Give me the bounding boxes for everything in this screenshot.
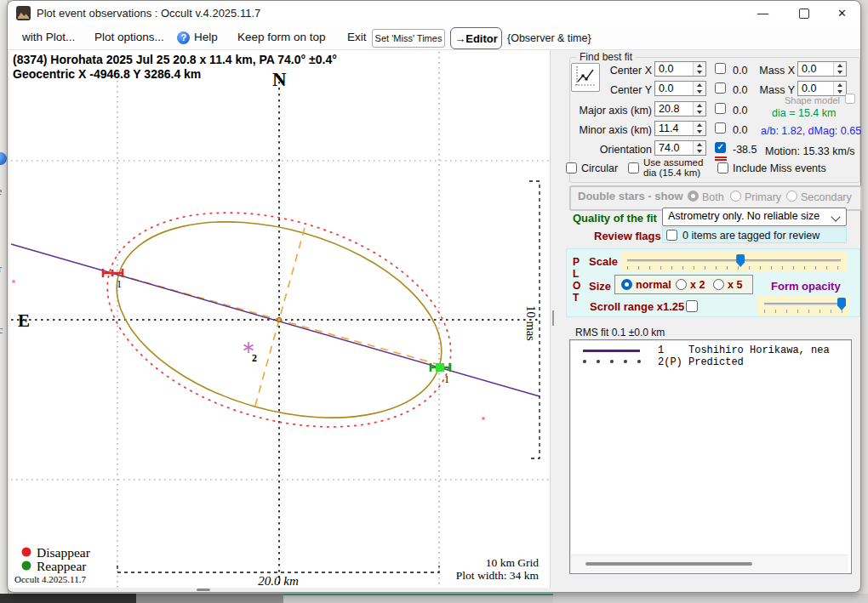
size-normal-label: normal [636,279,671,291]
quality-dropdown[interactable]: Astrometry only. No reliable size [662,208,847,226]
form-opacity-slider[interactable] [757,295,849,316]
list-horizontal-scrollbar[interactable] [571,555,848,572]
scale-slider-track [627,259,841,262]
minor-axis-checkbox[interactable] [715,122,726,134]
mass-x-spinner[interactable] [833,62,846,76]
major-axis-checkbox[interactable] [715,103,726,114]
center-y-checkbox[interactable] [715,82,726,94]
review-flags-checkbox[interactable] [666,230,677,241]
reappear-marker [431,363,450,372]
help-icon[interactable] [177,31,190,44]
center-y-input[interactable]: 0.0 [654,81,706,96]
set-miss-times-button[interactable]: Set 'Miss' Times [372,29,445,48]
menu-exit[interactable]: Exit [347,31,367,43]
orientation-input[interactable]: 74.0 [654,140,706,156]
background-bar [283,594,553,603]
major-axis-spinner[interactable] [693,102,705,116]
use-assumed-checkbox[interactable] [628,162,639,174]
observer-list[interactable]: 1 Toshihiro Horikawa, nea 2(P) Predicted [569,339,852,574]
size-normal-radio[interactable] [621,279,632,290]
ellipse-center-dot [277,317,281,321]
plot-letter-t: T [573,292,579,304]
observer-row-num: 1 [658,344,664,356]
double-primary-radio[interactable] [730,191,741,202]
size-x2-label: x 2 [690,279,705,291]
shape-model-label: Shape model [785,95,840,105]
minor-axis-input[interactable]: 11.4 [654,121,706,136]
background-fragment: c [0,324,3,337]
axis-ratio-note: a/b: 1.82, dMag: 0.65 [761,125,861,137]
center-x-spinner[interactable] [693,62,705,76]
plot-letter-p: P [573,256,580,268]
form-opacity-label: Form opacity [771,280,841,293]
scroll-range-checkbox[interactable] [686,300,698,312]
menu-help[interactable]: Help [194,31,218,43]
observer-time-label: {Observer & time} [507,32,591,44]
scale-slider-thumb[interactable] [736,254,745,267]
app-icon [16,6,31,20]
circular-checkbox[interactable] [566,162,577,174]
editor-button[interactable]: →Editor [450,27,502,49]
close-button[interactable]: ✕ [823,1,861,26]
include-miss-label: Include Miss events [733,162,826,174]
scrollbar-thumb[interactable] [585,562,752,566]
center-y-spinner[interactable] [693,82,705,95]
size-x2-radio[interactable] [676,279,687,290]
marker-label-1r: 1 [444,373,449,385]
form-opacity-thumb[interactable] [837,298,846,310]
circular-label: Circular [581,162,618,174]
menu-plot-options[interactable]: Plot options... [94,31,164,43]
resize-grip[interactable] [197,589,210,591]
center-x-checkbox[interactable] [715,63,726,74]
menu-keep-on-top[interactable]: Keep form on top [237,31,326,43]
include-miss-checkbox[interactable] [717,162,728,174]
menu-with-plot[interactable]: with Plot... [22,31,75,43]
mass-x-input[interactable]: 0.0 [797,61,847,77]
scale-slider[interactable] [620,252,848,272]
size-x5-radio[interactable] [713,279,724,290]
window-title: Plot event observations : Occult v.4.202… [37,7,260,20]
reappear-legend-label: Reappear [37,559,87,573]
orientation-checkbox[interactable] [715,142,726,153]
review-flags-label: Review flags [594,230,661,242]
diameter-note: dia = 15.4 km [772,107,836,119]
plot-letter-l: L [573,268,579,280]
background-bar [553,594,868,603]
double-secondary-radio[interactable] [786,191,797,202]
center-y-residual: 0.0 [733,84,747,96]
splitter-grip[interactable] [552,310,554,326]
grid-note: 10 km Grid [486,556,539,569]
minor-axis-label: Minor axis (km) [569,124,652,136]
major-axis-value: 20.8 [659,103,679,115]
center-x-input[interactable]: 0.0 [654,61,706,77]
orientation-residual: -38.5 [733,144,757,156]
double-stars-label: Double stars - show [578,190,683,202]
observer-row-name: Toshihiro Horikawa, nea [688,344,830,356]
use-assumed-label-1: Use assumed [643,157,703,168]
chord-1-line-swatch [583,350,640,352]
center-y-value: 0.0 [659,82,673,94]
title-bar[interactable]: Plot event observations : Occult v.4.202… [8,1,860,26]
version-note: Occult 4.2025.11.7 [14,574,86,584]
double-secondary-label: Secondary [801,191,852,203]
scale-slider-ticks [627,266,842,270]
mass-y-input[interactable]: 0.0 [797,81,847,96]
minimize-button[interactable]: — [744,1,782,26]
east-label: E [18,310,30,331]
mass-y-spinner[interactable] [833,82,846,95]
screen: e r c Plot event observations : Occult v… [0,0,868,603]
maximize-button[interactable] [785,1,823,26]
orientation-spinner[interactable] [693,141,705,155]
shape-model-checkbox[interactable] [845,94,855,104]
major-axis-input[interactable]: 20.8 [654,101,706,117]
plot-canvas[interactable]: 1 1 2 N E 10 mas 20.0 km Disappear Reapp… [9,50,550,588]
occult-plot-window: Plot event observations : Occult v.4.202… [7,0,861,593]
double-both-radio[interactable] [688,191,699,202]
minor-axis-spinner[interactable] [693,122,705,135]
minor-axis-value: 11.4 [659,122,678,134]
km-scale-label: 20.0 km [258,574,299,588]
size-label: Size [589,280,611,293]
mas-scale-label: 10 mas [524,305,538,341]
plot-letter-o: O [573,280,580,292]
major-axis-residual: 0.0 [733,105,747,117]
